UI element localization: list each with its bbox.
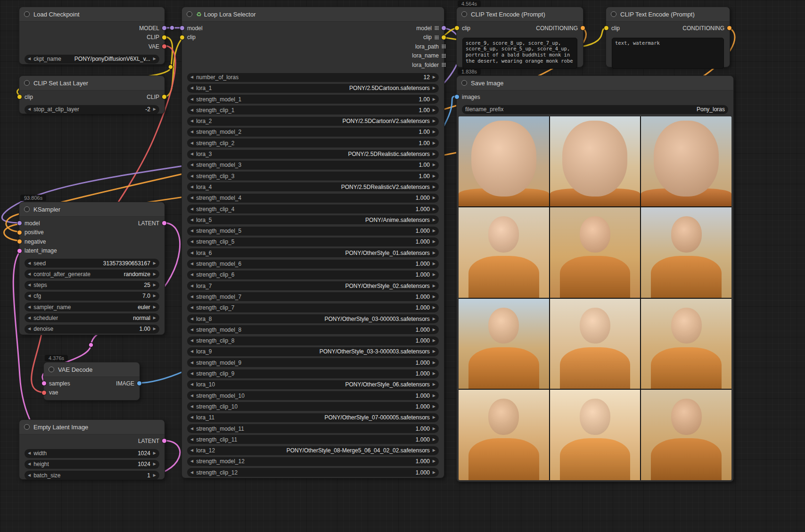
preview-image[interactable] [550, 390, 641, 480]
widget-increment-arrow[interactable]: ▶ [433, 75, 435, 79]
widget-decrement-arrow[interactable]: ◀ [190, 328, 193, 332]
convert-widget-grid-icon[interactable] [442, 63, 446, 67]
widget-decrement-arrow[interactable]: ◀ [28, 316, 31, 320]
widget-increment-arrow[interactable]: ▶ [153, 451, 156, 455]
node-header[interactable]: ♻ Loop Lora Selector [182, 7, 444, 22]
widget-decrement-arrow[interactable]: ◀ [190, 350, 193, 353]
widget-increment-arrow[interactable]: ▶ [153, 316, 156, 320]
node-header[interactable]: Load Checkpoint [19, 7, 164, 22]
widget-cfg[interactable]: ◀cfg7.0▶ [25, 292, 159, 301]
widget-strength_clip_9[interactable]: ◀strength_clip_91.000▶ [187, 369, 439, 378]
widget-increment-arrow[interactable]: ▶ [433, 350, 435, 353]
preview-image[interactable] [459, 116, 549, 207]
widget-decrement-arrow[interactable]: ◀ [190, 218, 193, 222]
widget-increment-arrow[interactable]: ▶ [433, 405, 435, 409]
widget-increment-arrow[interactable]: ▶ [153, 262, 156, 265]
node-header[interactable]: CLIP Text Encode (Prompt) [457, 7, 583, 22]
node-header[interactable]: CLIP Set Last Layer [19, 76, 164, 90]
widget-strength_clip_8[interactable]: ◀strength_clip_81.000▶ [187, 336, 439, 345]
convert-widget-grid-icon[interactable] [435, 26, 439, 30]
node-header[interactable]: Empty Latent Image [19, 420, 164, 434]
widget-seed[interactable]: ◀seed313573390653167▶ [25, 259, 159, 268]
widget-increment-arrow[interactable]: ▶ [433, 459, 435, 463]
widget-strength_model_10[interactable]: ◀strength_model_101.000▶ [187, 391, 439, 400]
widget-increment-arrow[interactable]: ▶ [433, 394, 435, 398]
widget-decrement-arrow[interactable]: ◀ [28, 474, 31, 477]
widget-increment-arrow[interactable]: ▶ [433, 361, 435, 365]
widget-decrement-arrow[interactable]: ◀ [190, 98, 193, 101]
widget-decrement-arrow[interactable]: ◀ [190, 306, 193, 310]
widget-lora_5[interactable]: ◀lora_5PONY/Anime.safetensors▶ [187, 215, 439, 224]
widget-decrement-arrow[interactable]: ◀ [190, 229, 193, 233]
widget-increment-arrow[interactable]: ▶ [433, 163, 435, 167]
widget-increment-arrow[interactable]: ▶ [433, 207, 435, 211]
widget-lora_6[interactable]: ◀lora_6PONY/OtherStyle_01.safetensors▶ [187, 248, 439, 257]
widget-decrement-arrow[interactable]: ◀ [190, 361, 193, 365]
widget-strength_model_2[interactable]: ◀strength_model_21.00▶ [187, 128, 439, 137]
widget-decrement-arrow[interactable]: ◀ [28, 451, 31, 455]
widget-increment-arrow[interactable]: ▶ [433, 119, 435, 123]
output-port-CLIP[interactable] [162, 95, 166, 99]
preview-image[interactable] [641, 299, 731, 389]
widget-denoise[interactable]: ◀denoise1.00▶ [25, 325, 159, 334]
widget-decrement-arrow[interactable]: ◀ [190, 372, 193, 376]
preview-image[interactable] [459, 207, 549, 298]
widget-decrement-arrow[interactable]: ◀ [190, 394, 193, 398]
widget-increment-arrow[interactable]: ▶ [433, 427, 435, 431]
collapse-dot[interactable] [461, 11, 467, 17]
convert-widget-grid-icon[interactable] [435, 35, 439, 40]
widget-strength_model_8[interactable]: ◀strength_model_81.000▶ [187, 325, 439, 334]
output-port-IMAGE[interactable] [137, 381, 141, 385]
node-clip-text-encode-negative[interactable]: CLIP Text Encode (Prompt) clipCONDITIONI… [606, 7, 730, 67]
preview-image[interactable] [641, 207, 731, 298]
widget-increment-arrow[interactable]: ▶ [153, 474, 156, 477]
widget-height[interactable]: ◀height1024▶ [25, 460, 159, 469]
widget-strength_model_3[interactable]: ◀strength_model_31.00▶ [187, 161, 439, 170]
widget-decrement-arrow[interactable]: ◀ [190, 339, 193, 343]
input-port-model[interactable] [180, 26, 184, 30]
input-port-vae[interactable] [42, 391, 46, 395]
widget-increment-arrow[interactable]: ▶ [433, 240, 435, 244]
widget-stop_at_clip_layer[interactable]: ◀stop_at_clip_layer-2▶ [25, 105, 159, 114]
widget-ckpt_name[interactable]: ◀ckpt_namePONY/ponyDiffusionV6XL_v...▶ [25, 55, 159, 64]
widget-strength_model_7[interactable]: ◀strength_model_71.000▶ [187, 292, 439, 301]
input-port-model[interactable] [17, 221, 22, 225]
widget-decrement-arrow[interactable]: ◀ [190, 185, 193, 189]
widget-decrement-arrow[interactable]: ◀ [190, 174, 193, 178]
widget-increment-arrow[interactable]: ▶ [433, 306, 435, 310]
widget-increment-arrow[interactable]: ▶ [433, 174, 435, 178]
widget-scheduler[interactable]: ◀schedulernormal▶ [25, 313, 159, 322]
widget-decrement-arrow[interactable]: ◀ [28, 294, 31, 298]
widget-decrement-arrow[interactable]: ◀ [190, 284, 193, 288]
widget-lora_9[interactable]: ◀lora_9PONY/OtherStyle_03-3-000003.safet… [187, 347, 439, 356]
widget-increment-arrow[interactable]: ▶ [433, 339, 435, 343]
widget-decrement-arrow[interactable]: ◀ [190, 207, 193, 211]
preview-image[interactable] [459, 299, 549, 389]
widget-increment-arrow[interactable]: ▶ [153, 327, 156, 331]
output-port-LATENT[interactable] [162, 439, 166, 443]
widget-decrement-arrow[interactable]: ◀ [190, 427, 193, 431]
widget-width[interactable]: ◀width1024▶ [25, 449, 159, 458]
widget-increment-arrow[interactable]: ▶ [153, 272, 156, 276]
widget-decrement-arrow[interactable]: ◀ [190, 108, 193, 112]
widget-decrement-arrow[interactable]: ◀ [190, 75, 193, 79]
widget-lora_3[interactable]: ◀lora_3PONY/2.5DRealistic.safetensors▶ [187, 150, 439, 159]
widget-increment-arrow[interactable]: ▶ [153, 294, 156, 298]
output-port-clip[interactable] [442, 35, 446, 40]
widget-increment-arrow[interactable]: ▶ [433, 98, 435, 101]
widget-increment-arrow[interactable]: ▶ [433, 251, 435, 255]
collapse-dot[interactable] [187, 11, 192, 17]
widget-decrement-arrow[interactable]: ◀ [190, 317, 193, 321]
collapse-dot[interactable] [24, 11, 30, 17]
preview-image[interactable] [641, 390, 731, 480]
node-load-checkpoint[interactable]: Load Checkpoint MODELCLIPVAE ◀ckpt_nameP… [19, 7, 165, 65]
output-port-CONDITIONING[interactable] [581, 26, 585, 30]
preview-image[interactable] [459, 390, 549, 480]
widget-increment-arrow[interactable]: ▶ [153, 107, 156, 111]
widget-increment-arrow[interactable]: ▶ [433, 383, 435, 386]
widget-control_after_generate[interactable]: ◀control_after_generaterandomize▶ [25, 270, 159, 278]
widget-strength_clip_7[interactable]: ◀strength_clip_71.000▶ [187, 303, 439, 312]
widget-increment-arrow[interactable]: ▶ [153, 57, 156, 61]
widget-increment-arrow[interactable]: ▶ [433, 273, 435, 277]
preview-image[interactable] [550, 116, 641, 207]
